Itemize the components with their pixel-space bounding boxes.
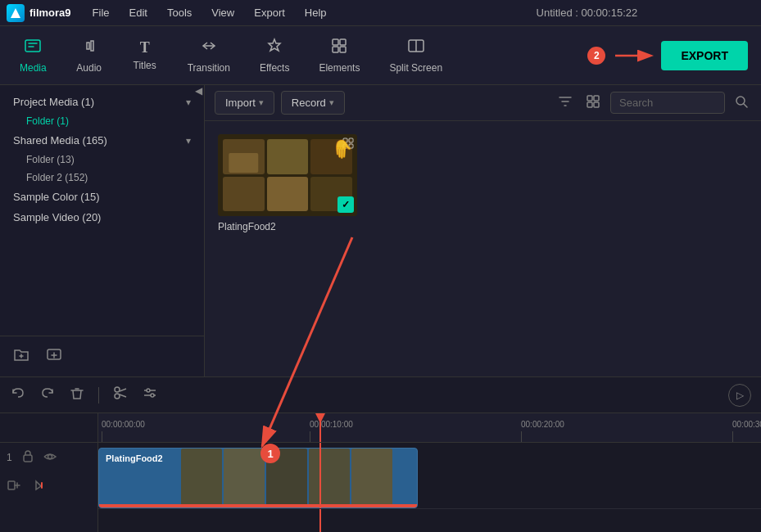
titles-label: Titles — [134, 60, 156, 71]
project-media-label: Project Media (1) — [13, 96, 94, 108]
search-input[interactable] — [610, 92, 725, 114]
sample-color-label: Sample Color (15) — [13, 191, 100, 203]
svg-rect-11 — [587, 96, 592, 101]
menu-file[interactable]: File — [84, 3, 118, 22]
timeline-ruler: 00:00:00:00 00:00:10:00 00:00:20:00 00:0… — [98, 413, 761, 443]
svg-point-22 — [115, 387, 120, 392]
toolbar-separator — [98, 387, 99, 404]
audio-icon — [80, 37, 98, 59]
split-screen-icon — [407, 37, 425, 59]
track-add-buttons — [0, 472, 97, 502]
sidebar-collapse-icon[interactable]: ◀ — [195, 85, 202, 97]
transition-label: Transition — [188, 62, 230, 74]
add-audio-track-icon[interactable] — [31, 478, 46, 496]
timeline-play-button[interactable]: ▷ — [728, 384, 751, 407]
ruler-tick-1 — [310, 431, 310, 442]
svg-marker-2 — [269, 39, 280, 51]
svg-point-25 — [147, 389, 150, 392]
app-title: Untitled : 00:00:15:22 — [419, 7, 754, 19]
menu-view[interactable]: View — [203, 3, 242, 22]
clip-thumb-2 — [224, 449, 265, 507]
menu-items: File Edit Tools View Export Help — [84, 3, 419, 22]
toolbar-split-screen[interactable]: Split Screen — [376, 30, 455, 80]
import-button[interactable]: Import ▾ — [215, 91, 274, 115]
track-lock-icon[interactable] — [22, 449, 34, 466]
video-clip-plating-food[interactable]: PlatingFood2 — [98, 448, 418, 508]
media-label: Media — [20, 62, 47, 74]
track-left-buttons: 1 — [0, 443, 97, 472]
clip-label: PlatingFood2 — [106, 453, 163, 463]
svg-point-21 — [115, 394, 120, 399]
sidebar-group-sample-color[interactable]: Sample Color (15) — [0, 187, 204, 207]
menu-export[interactable]: Export — [246, 3, 293, 22]
settings-icon[interactable] — [142, 385, 158, 405]
shared-media-label: Shared Media (165) — [13, 134, 107, 147]
track-header — [0, 413, 97, 443]
svg-rect-3 — [333, 39, 338, 45]
toolbar-media[interactable]: Media — [7, 30, 60, 80]
sample-video-label: Sample Video (20) — [13, 211, 101, 223]
undo-icon[interactable] — [10, 385, 26, 405]
playhead[interactable] — [319, 413, 321, 442]
menu-help[interactable]: Help — [297, 3, 335, 22]
logo-icon — [7, 4, 25, 22]
grid-view-icon[interactable] — [582, 91, 604, 115]
sidebar-group-project-media[interactable]: Project Media (1) ▾ — [0, 92, 204, 112]
record-label: Record — [292, 97, 326, 109]
svg-point-28 — [48, 455, 52, 459]
media-grid: 🤚 ✓ PlatingFood2 — [205, 121, 761, 376]
media-thumbnail: 🤚 ✓ — [218, 134, 357, 216]
svg-rect-27 — [24, 455, 32, 462]
elements-label: Elements — [319, 62, 360, 74]
svg-rect-5 — [333, 47, 338, 52]
media-item-plating-food[interactable]: 🤚 ✓ PlatingFood2 — [218, 134, 357, 232]
sidebar-group-sample-video[interactable]: Sample Video (20) — [0, 207, 204, 228]
export-button[interactable]: EXPORT — [661, 41, 748, 70]
timeline-tracks: 1 — [0, 413, 761, 532]
cut-icon[interactable] — [112, 385, 129, 405]
chevron-down-icon: ▾ — [186, 97, 191, 108]
add-track-icon[interactable] — [7, 478, 21, 496]
sidebar-item-folder-2[interactable]: Folder 2 (152) — [0, 169, 204, 187]
ruler-tick-2 — [521, 431, 522, 442]
delete-icon[interactable] — [69, 385, 85, 405]
toolbar-audio[interactable]: Audio — [63, 30, 116, 80]
sidebar-content: Project Media (1) ▾ Folder (1) Shared Me… — [0, 85, 204, 336]
elements-icon — [330, 37, 348, 59]
filter-icon[interactable] — [555, 91, 576, 115]
record-button[interactable]: Record ▾ — [281, 91, 345, 115]
track-clips: PlatingFood2 — [98, 443, 761, 508]
toolbar-titles[interactable]: T Titles — [119, 33, 171, 78]
split-screen-label: Split Screen — [389, 62, 442, 74]
add-project-icon[interactable] — [46, 346, 62, 367]
menu-edit[interactable]: Edit — [121, 3, 156, 22]
redo-icon[interactable] — [39, 385, 56, 405]
menu-tools[interactable]: Tools — [159, 3, 200, 22]
toolbar-transition[interactable]: Transition — [174, 30, 243, 80]
toolbar-effects[interactable]: Effects — [247, 30, 302, 80]
app-name: filmora9 — [29, 7, 71, 19]
track-number: 1 — [7, 452, 12, 463]
sidebar-item-folder-1[interactable]: Folder (1) — [0, 112, 204, 130]
badge-1: 1 — [260, 444, 280, 463]
ruler-label-3: 00:00:30: — [732, 420, 761, 429]
sidebar-bottom — [0, 336, 204, 376]
sidebar-item-folder-13[interactable]: Folder (13) — [0, 151, 204, 169]
add-folder-icon[interactable] — [13, 346, 29, 367]
svg-rect-1 — [25, 40, 40, 52]
timeline-right-controls: ▷ — [728, 384, 751, 407]
main-area: Project Media (1) ▾ Folder (1) Shared Me… — [0, 85, 761, 376]
ruler-label-2: 00:00:20:00 — [521, 420, 564, 429]
effects-icon — [265, 37, 283, 59]
app-logo: filmora9 — [7, 4, 71, 22]
toolbar-elements[interactable]: Elements — [306, 30, 373, 80]
transition-icon — [200, 37, 218, 59]
titles-icon: T — [140, 39, 150, 56]
track-eye-icon[interactable] — [43, 450, 57, 465]
chevron-down-icon-2: ▾ — [186, 135, 191, 147]
content-panel: Import ▾ Record ▾ — [205, 85, 761, 376]
import-label: Import — [225, 97, 256, 109]
sidebar-group-shared-media[interactable]: Shared Media (165) ▾ — [0, 130, 204, 151]
playhead-track-line — [319, 443, 321, 508]
search-icon[interactable] — [732, 92, 751, 115]
